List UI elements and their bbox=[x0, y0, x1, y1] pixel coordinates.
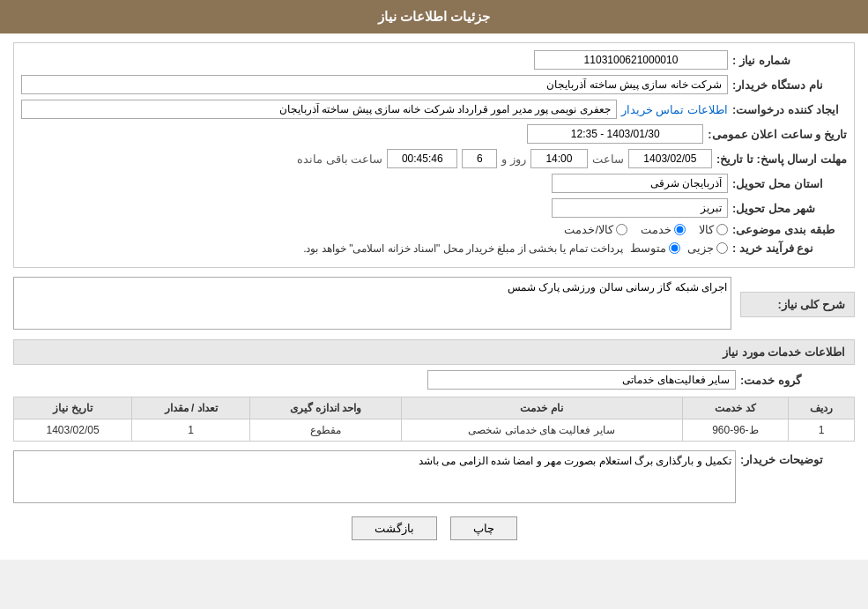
description-label: شرح کلی نیاز: bbox=[740, 292, 855, 317]
description-section: شرح کلی نیاز: document.querySelector('[d… bbox=[13, 277, 855, 332]
back-button[interactable]: بازگشت bbox=[352, 516, 437, 540]
services-section-title: اطلاعات خدمات مورد نیاز bbox=[13, 339, 855, 365]
need-number-input bbox=[534, 50, 728, 70]
cell-date: 1403/02/05 bbox=[14, 420, 132, 442]
category-khedmat-radio[interactable] bbox=[674, 224, 686, 235]
purchase-type-motevasset-radio[interactable] bbox=[669, 242, 680, 254]
services-table-body: 1 ط-96-960 سایر فعالیت های خدماتی شخصی م… bbox=[14, 420, 855, 442]
button-row: چاپ بازگشت bbox=[13, 516, 855, 551]
buyer-notes-value-container bbox=[13, 450, 736, 506]
announce-date-value-container bbox=[21, 124, 703, 144]
buyer-org-input bbox=[21, 75, 728, 94]
table-row: 1 ط-96-960 سایر فعالیت های خدماتی شخصی م… bbox=[14, 420, 855, 442]
buyer-org-row: نام دستگاه خریدار: bbox=[21, 75, 847, 94]
buyer-notes-label: توضیحات خریدار: bbox=[740, 450, 855, 466]
cell-row-num: 1 bbox=[789, 420, 855, 442]
cell-service-code: ط-96-960 bbox=[682, 420, 789, 442]
service-group-label: گروه خدمت: bbox=[740, 374, 855, 387]
date-time-row: ساعت روز و ساعت باقی مانده bbox=[21, 149, 712, 168]
purchase-type-label: نوع فرآیند خرید : bbox=[732, 241, 847, 255]
delivery-city-input bbox=[552, 198, 728, 218]
col-service-name: نام خدمت bbox=[401, 397, 682, 420]
service-group-input bbox=[427, 370, 736, 390]
delivery-province-row: استان محل تحویل: bbox=[21, 174, 847, 193]
category-kala: کالا bbox=[699, 223, 728, 236]
cell-quantity: 1 bbox=[132, 420, 250, 442]
response-days-input bbox=[462, 149, 497, 168]
creator-row: ایجاد کننده درخواست: اطلاعات تماس خریدار bbox=[21, 100, 847, 119]
need-number-row: شماره نیاز : bbox=[21, 50, 847, 70]
creator-contact-link[interactable]: اطلاعات تماس خریدار bbox=[621, 103, 728, 116]
category-kala-khedmat-label: کالا/خدمت bbox=[564, 223, 613, 236]
description-textarea[interactable] bbox=[13, 277, 731, 330]
purchase-type-motevasset: متوسط bbox=[630, 241, 680, 255]
response-deadline-label: مهلت ارسال پاسخ: تا تاریخ: bbox=[716, 152, 847, 166]
response-deadline-value-container: ساعت روز و ساعت باقی مانده bbox=[21, 149, 712, 168]
category-kala-label: کالا bbox=[699, 223, 714, 236]
service-group-row: گروه خدمت: bbox=[13, 370, 855, 390]
category-kala-khedmat-radio[interactable] bbox=[616, 224, 627, 235]
need-number-value-container bbox=[21, 50, 728, 70]
print-button[interactable]: چاپ bbox=[450, 516, 517, 540]
response-remaining-input bbox=[387, 149, 457, 168]
purchase-note: پرداخت تمام یا بخشی از مبلغ خریدار محل "… bbox=[303, 242, 623, 255]
purchase-type-motevasset-label: متوسط bbox=[630, 241, 666, 255]
creator-value-container: اطلاعات تماس خریدار bbox=[21, 100, 728, 119]
service-group-value-container bbox=[13, 370, 736, 390]
page-container: جزئیات اطلاعات نیاز شماره نیاز : نام دست… bbox=[0, 0, 868, 560]
col-row-num: ردیف bbox=[789, 397, 855, 420]
services-table: ردیف کد خدمت نام خدمت واحد اندازه گیری ت… bbox=[13, 397, 855, 442]
page-header: جزئیات اطلاعات نیاز bbox=[0, 0, 868, 33]
buyer-notes-textarea[interactable] bbox=[13, 450, 736, 503]
category-khedmat-label: خدمت bbox=[641, 223, 671, 236]
purchase-type-jozi-radio[interactable] bbox=[716, 242, 728, 254]
category-khedmat: خدمت bbox=[641, 223, 686, 236]
content-area: شماره نیاز : نام دستگاه خریدار: ایجاد کن… bbox=[0, 33, 868, 560]
announce-date-label: تاریخ و ساعت اعلان عمومی: bbox=[708, 128, 847, 141]
table-header-row: ردیف کد خدمت نام خدمت واحد اندازه گیری ت… bbox=[14, 397, 855, 420]
cell-service-name: سایر فعالیت های خدماتی شخصی bbox=[401, 420, 682, 442]
delivery-province-input bbox=[552, 174, 728, 193]
delivery-province-label: استان محل تحویل: bbox=[732, 177, 847, 190]
need-number-label: شماره نیاز : bbox=[732, 54, 847, 67]
response-deadline-row: مهلت ارسال پاسخ: تا تاریخ: ساعت روز و سا… bbox=[21, 149, 847, 168]
category-kala-khedmat: کالا/خدمت bbox=[564, 223, 627, 236]
purchase-type-jozi: جزیی bbox=[687, 241, 728, 255]
col-unit: واحد اندازه گیری bbox=[250, 397, 402, 420]
response-day-label: روز و bbox=[501, 152, 526, 166]
category-kala-radio[interactable] bbox=[716, 224, 728, 235]
col-quantity: تعداد / مقدار bbox=[132, 397, 250, 420]
announce-date-input bbox=[527, 124, 703, 144]
category-options-container: کالا خدمت کالا/خدمت bbox=[21, 223, 728, 236]
category-radio-group: کالا خدمت کالا/خدمت bbox=[21, 223, 728, 236]
description-value-container: document.querySelector('[data-name="desc… bbox=[13, 277, 731, 332]
cell-unit: مقطوع bbox=[250, 420, 402, 442]
buyer-notes-section: توضیحات خریدار: bbox=[13, 450, 855, 506]
main-form: شماره نیاز : نام دستگاه خریدار: ایجاد کن… bbox=[13, 42, 855, 268]
response-time-label: ساعت bbox=[592, 152, 624, 166]
buyer-org-label: نام دستگاه خریدار: bbox=[732, 78, 847, 92]
creator-input bbox=[21, 100, 617, 119]
page-title: جزئیات اطلاعات نیاز bbox=[378, 9, 490, 24]
category-row: طبقه بندی موضوعی: کالا خدمت bbox=[21, 223, 847, 236]
purchase-type-value-container: جزیی متوسط پرداخت تمام یا بخشی از مبلغ خ… bbox=[21, 241, 728, 255]
creator-label: ایجاد کننده درخواست: bbox=[732, 103, 847, 116]
purchase-type-row: نوع فرآیند خرید : جزیی متوسط پرداخت تمام… bbox=[21, 241, 847, 255]
description-watermark-area: document.querySelector('[data-name="desc… bbox=[13, 277, 731, 332]
buyer-org-value-container bbox=[21, 75, 728, 94]
delivery-province-value-container bbox=[21, 174, 728, 193]
response-time-input bbox=[530, 149, 588, 168]
purchase-type-jozi-label: جزیی bbox=[687, 241, 714, 255]
delivery-city-value-container bbox=[21, 198, 728, 218]
delivery-city-label: شهر محل تحویل: bbox=[732, 202, 847, 215]
delivery-city-row: شهر محل تحویل: bbox=[21, 198, 847, 218]
col-service-code: کد خدمت bbox=[682, 397, 789, 420]
response-date-input bbox=[628, 149, 712, 168]
response-remaining-label: ساعت باقی مانده bbox=[297, 152, 382, 166]
col-date: تاریخ نیاز bbox=[14, 397, 132, 420]
category-label: طبقه بندی موضوعی: bbox=[732, 223, 847, 236]
purchase-type-options: جزیی متوسط پرداخت تمام یا بخشی از مبلغ خ… bbox=[21, 241, 728, 255]
announce-date-row: تاریخ و ساعت اعلان عمومی: bbox=[21, 124, 847, 144]
